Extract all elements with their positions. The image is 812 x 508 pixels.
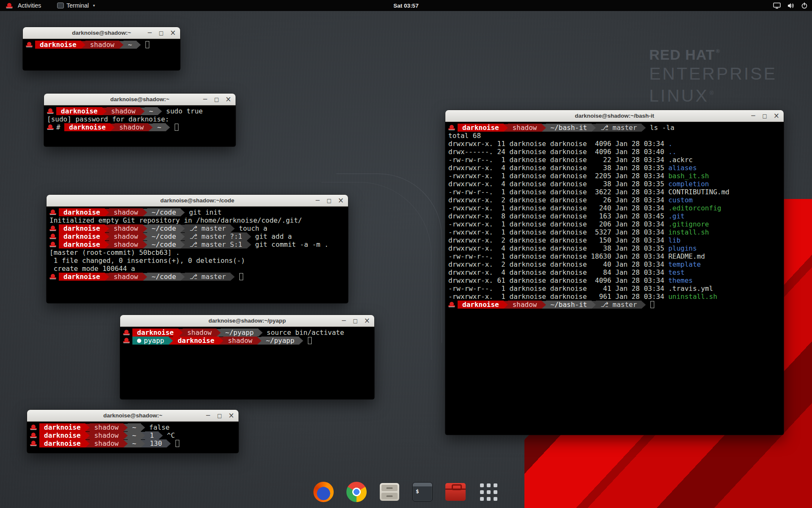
prompt-segment-host: shadow: [109, 240, 143, 248]
terminal-line: drwxrwxr-x. 4 darknoise darknoise 38 Jan…: [448, 180, 781, 188]
system-status-area[interactable]: [773, 2, 808, 9]
powerline-arrow: [85, 432, 90, 439]
powerline-arrow: [181, 273, 185, 281]
window-titlebar[interactable]: darknoise@shadow:~/code − □ ×: [47, 195, 348, 207]
minimize-button[interactable]: −: [315, 197, 321, 204]
minimize-button[interactable]: −: [341, 318, 347, 324]
terminal-text: [171, 439, 175, 447]
maximize-button[interactable]: □: [214, 97, 219, 102]
terminal-text: -rw-rw-r--. 1 darknoise darknoise 22 Jan…: [448, 156, 693, 164]
terminal-text: -rwxrwxr-x. 1 darknoise darknoise 2205 J…: [448, 172, 668, 180]
terminal-cursor: [239, 273, 243, 280]
desktop: RED HAT® ENTERPRISE LINUX® darknoise@sha…: [0, 0, 812, 508]
terminal-text: completion: [668, 180, 709, 188]
maximize-button[interactable]: □: [762, 113, 767, 119]
powerline-arrow: [123, 424, 128, 431]
window-titlebar[interactable]: darknoise@shadow:~ − □ ×: [44, 94, 236, 105]
redhat-prompt-icon: [26, 41, 33, 48]
close-button[interactable]: ×: [170, 29, 176, 36]
redhat-logo-icon: [6, 3, 13, 9]
volume-icon[interactable]: [787, 3, 795, 9]
powerline-arrow: [143, 273, 147, 281]
terminal-line: drwxrwxr-x. 4 darknoise darknoise 38 Jan…: [448, 164, 781, 172]
maximize-button[interactable]: □: [326, 198, 331, 203]
prompt-segment-user: darknoise: [59, 232, 105, 240]
powerline-arrow: [102, 108, 107, 115]
prompt-segment-user: darknoise: [173, 337, 219, 345]
powerline-arrow: [159, 432, 163, 439]
firefox-logo: [313, 482, 334, 502]
terminal-content[interactable]: darknoiseshadow~/pyapp source bin/activa…: [120, 327, 374, 399]
terminal-text: aliases: [668, 164, 697, 172]
terminal-text: -rw-rw-r--. 1 darknoise darknoise 41 Jan…: [448, 284, 713, 293]
minimize-button[interactable]: −: [206, 412, 211, 419]
terminal-content[interactable]: darknoiseshadow~/bash-it⎇ master ls -lat…: [445, 122, 784, 435]
terminal-content[interactable]: darknoiseshadow~ sudo true[sudo] passwor…: [44, 105, 236, 146]
terminal-line: drwxrwxr-x. 8 darknoise darknoise 163 Ja…: [448, 212, 781, 220]
terminal-text: drwxrwxr-x. 8 darknoise darknoise 163 Ja…: [448, 212, 668, 220]
terminal-window-home-2: darknoise@shadow:~ − □ × darknoiseshadow…: [27, 410, 239, 453]
terminal-text: [303, 337, 307, 345]
prompt-segment-host: shadow: [90, 423, 123, 431]
window-titlebar[interactable]: darknoise@shadow:~ − □ ×: [23, 27, 180, 39]
minimize-button[interactable]: −: [147, 30, 153, 36]
terminal-text: create mode 100644 a: [49, 265, 135, 273]
terminal-line: -rwxrwxr-x. 1 darknoise darknoise 2205 J…: [448, 172, 781, 180]
prompt-segment-path: ~/code: [147, 232, 181, 240]
close-button[interactable]: ×: [774, 112, 779, 119]
terminal-text: -rw-rw-r--. 1 darknoise darknoise 18630 …: [448, 252, 705, 260]
prompt-segment-path: ~/bash-it: [546, 124, 592, 132]
window-titlebar[interactable]: darknoise@shadow:~ − □ ×: [27, 410, 239, 422]
terminal-text: sudo true: [162, 107, 203, 115]
prompt-segment-user: darknoise: [39, 423, 85, 431]
window-titlebar[interactable]: darknoise@shadow:~/pyapp − □ ×: [120, 315, 374, 327]
close-button[interactable]: ×: [364, 317, 370, 324]
firefox-icon[interactable]: [312, 480, 335, 504]
terminal-line: darknoiseshadow~ false: [30, 423, 236, 431]
show-applications-grid: [480, 483, 497, 501]
maximize-button[interactable]: □: [353, 318, 357, 323]
terminal-text: uninstall.sh: [668, 293, 717, 301]
terminal-content[interactable]: darknoiseshadow~: [23, 39, 180, 70]
toolbox-icon[interactable]: [444, 480, 467, 504]
maximize-button[interactable]: □: [217, 413, 222, 418]
chrome-icon[interactable]: [345, 480, 368, 504]
terminal-text: ..: [668, 148, 676, 156]
display-icon[interactable]: [773, 3, 781, 9]
powerline-arrow: [542, 301, 546, 309]
prompt-segment-path: ~: [123, 41, 137, 49]
terminal-content[interactable]: darknoiseshadow~ falsedarknoiseshadow~1 …: [27, 422, 239, 453]
powerline-arrow: [119, 41, 123, 49]
maximize-button[interactable]: □: [159, 30, 163, 36]
terminal-text: -rwxrwxr-x. 1 darknoise darknoise 961 Ja…: [448, 293, 668, 301]
terminal-line: pyappdarknoiseshadow~/pyapp: [123, 337, 371, 345]
activities-button[interactable]: Activities: [3, 0, 44, 11]
files-icon[interactable]: [378, 480, 401, 504]
window-titlebar[interactable]: darknoise@shadow:~/bash-it − □ ×: [445, 110, 784, 122]
terminal-app-icon: [57, 3, 64, 8]
prompt-segment-git: ⎇ master ?:1: [185, 232, 247, 240]
prompt-segment-host: shadow: [115, 123, 148, 131]
prompt-segment-host: shadow: [109, 224, 143, 232]
prompt-segment-host: shadow: [109, 273, 143, 281]
close-button[interactable]: ×: [228, 412, 234, 419]
close-button[interactable]: ×: [338, 197, 344, 204]
power-icon[interactable]: [801, 2, 808, 9]
terminal-text: drwxrwxr-x. 4 darknoise darknoise 38 Jan…: [448, 180, 668, 188]
powerline-arrow: [143, 233, 147, 240]
terminal-text: bash_it.sh: [668, 172, 709, 180]
terminal-window-bash-it: darknoise@shadow:~/bash-it − □ × darknoi…: [445, 110, 784, 435]
terminal-text: [170, 123, 174, 131]
prompt-segment-user: darknoise: [39, 431, 85, 439]
terminal-icon[interactable]: [411, 480, 434, 504]
minimize-button[interactable]: −: [751, 113, 756, 119]
powerline-arrow: [642, 301, 646, 309]
powerline-arrow: [257, 337, 261, 345]
terminal-content[interactable]: darknoiseshadow~/code git initInitialize…: [47, 207, 348, 303]
app-menu-terminal[interactable]: Terminal ▼: [55, 0, 98, 11]
terminal-line: darknoiseshadow~/code⎇ master ?:1 git ad…: [49, 232, 345, 240]
clock[interactable]: Sat 03:57: [393, 3, 418, 9]
minimize-button[interactable]: −: [203, 96, 208, 102]
app-grid-icon[interactable]: [477, 480, 500, 504]
close-button[interactable]: ×: [225, 96, 231, 103]
